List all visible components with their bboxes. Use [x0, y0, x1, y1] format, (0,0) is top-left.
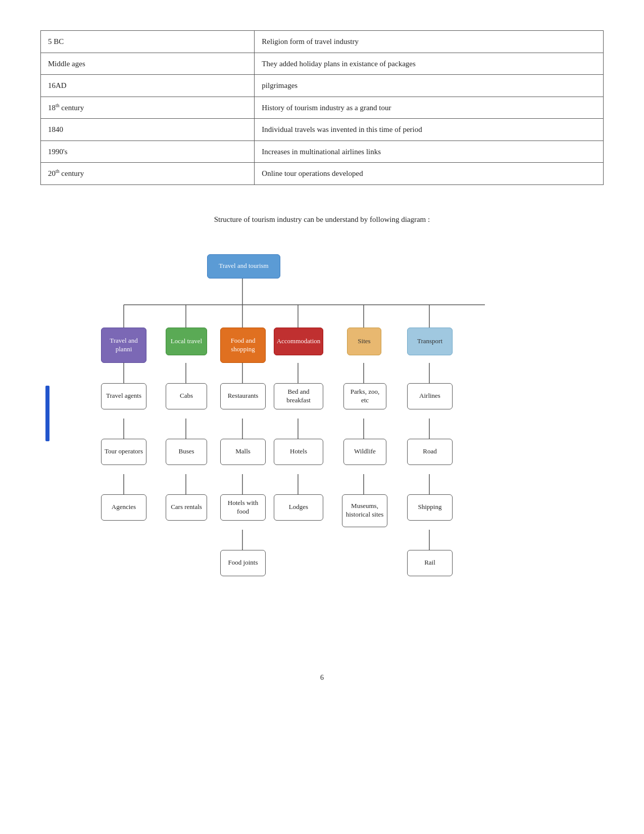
child-airlines: Airlines	[407, 383, 453, 409]
description-cell: Individual travels was invented in this …	[255, 119, 604, 141]
child-rail: Rail	[407, 550, 453, 576]
child-travel-agents: Travel agents	[101, 383, 146, 409]
child-shipping: Shipping	[407, 494, 453, 521]
child-hotels: Hotels	[274, 439, 323, 465]
child-lodges: Lodges	[274, 494, 323, 521]
header-food-shopping: Food and shopping	[220, 328, 266, 363]
blue-accent-bar	[45, 386, 49, 441]
child-hotels-with-food: Hotels with food	[220, 494, 266, 521]
description-cell: Online tour operations developed	[255, 163, 604, 185]
child-museums: Museums, historical sites	[342, 494, 387, 527]
header-sites: Sites	[347, 328, 381, 355]
child-buses: Buses	[166, 439, 207, 465]
description-cell: History of tourism industry as a grand t…	[255, 97, 604, 119]
child-malls: Malls	[220, 439, 266, 465]
diagram-intro: Structure of tourism industry can be und…	[40, 215, 604, 224]
diagram-container: Travel and tourism Travel and planni Loc…	[40, 239, 604, 654]
table-row: 5 BC Religion form of travel industry	[41, 31, 604, 53]
table-row: 1990's Increases in multinational airlin…	[41, 141, 604, 163]
root-box: Travel and tourism	[207, 254, 280, 279]
period-cell: 20th century	[41, 163, 255, 185]
header-travel-planning: Travel and planni	[101, 328, 146, 363]
page-number: 6	[40, 674, 604, 682]
header-transport: Transport	[407, 328, 453, 355]
table-row: 1840 Individual travels was invented in …	[41, 119, 604, 141]
period-cell: 5 BC	[41, 31, 255, 53]
period-cell: Middle ages	[41, 53, 255, 75]
table-row: 20th century Online tour operations deve…	[41, 163, 604, 185]
table-row: Middle ages They added holiday plans in …	[41, 53, 604, 75]
table-row: 16AD pilgrimages	[41, 75, 604, 97]
description-cell: They added holiday plans in existance of…	[255, 53, 604, 75]
child-parks-zoo: Parks, zoo, etc	[343, 383, 386, 409]
child-wildlife: Wildlife	[343, 439, 386, 465]
header-local-travel: Local travel	[166, 328, 207, 355]
description-cell: Religion form of travel industry	[255, 31, 604, 53]
period-cell: 18th century	[41, 97, 255, 119]
period-cell: 16AD	[41, 75, 255, 97]
table-row: 18th century History of tourism industry…	[41, 97, 604, 119]
history-table: 5 BC Religion form of travel industry Mi…	[40, 30, 604, 185]
child-tour-operators: Tour operators	[101, 439, 146, 465]
description-cell: Increases in multinational airlines link…	[255, 141, 604, 163]
description-cell: pilgrimages	[255, 75, 604, 97]
child-road: Road	[407, 439, 453, 465]
period-cell: 1990's	[41, 141, 255, 163]
child-bed-breakfast: Bed and breakfast	[274, 383, 323, 409]
child-food-joints: Food joints	[220, 550, 266, 576]
period-cell: 1840	[41, 119, 255, 141]
child-cabs: Cabs	[166, 383, 207, 409]
child-restaurants: Restaurants	[220, 383, 266, 409]
child-agencies: Agencies	[101, 494, 146, 521]
child-cars-rentals: Cars rentals	[166, 494, 207, 521]
header-accommodation: Accommodation	[274, 328, 323, 355]
